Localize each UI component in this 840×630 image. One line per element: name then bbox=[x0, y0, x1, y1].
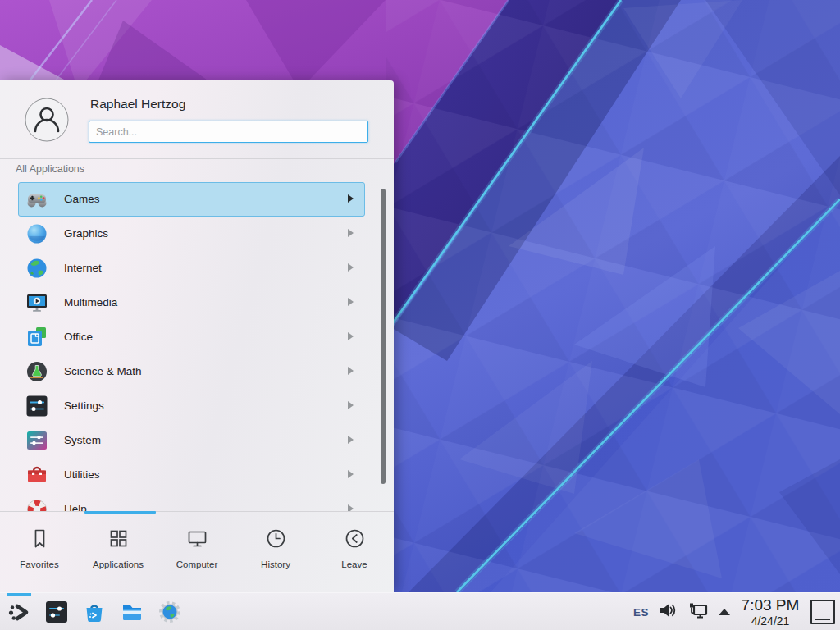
category-office[interactable]: Office bbox=[0, 320, 394, 354]
chevron-right-icon bbox=[348, 332, 354, 340]
chevron-right-icon bbox=[348, 504, 354, 511]
globe-gear-icon bbox=[158, 600, 182, 624]
digital-clock[interactable]: 7:03 PM 4/24/21 bbox=[740, 597, 801, 627]
utilities-icon bbox=[25, 463, 48, 486]
tab-leave[interactable]: Leave bbox=[315, 512, 394, 591]
internet-icon bbox=[25, 257, 48, 280]
system-settings-button[interactable] bbox=[44, 600, 69, 624]
graphics-icon bbox=[25, 222, 48, 245]
category-label: Multimedia bbox=[64, 296, 117, 308]
discover-icon bbox=[82, 600, 107, 624]
category-label: Help bbox=[64, 503, 87, 511]
category-games[interactable]: Games bbox=[0, 182, 394, 217]
tab-favorites[interactable]: Favorites bbox=[0, 512, 79, 591]
launcher-tabbar: Favorites Applications C bbox=[0, 512, 394, 591]
keyboard-layout-indicator[interactable]: ES bbox=[633, 606, 649, 619]
applications-icon bbox=[107, 527, 130, 550]
chevron-right-icon bbox=[348, 470, 354, 478]
leave-icon bbox=[344, 527, 366, 550]
games-icon bbox=[25, 188, 48, 211]
multimedia-icon bbox=[25, 291, 48, 314]
office-icon bbox=[25, 326, 48, 349]
folder-icon bbox=[120, 600, 144, 624]
user-icon bbox=[25, 98, 69, 142]
category-label: Internet bbox=[64, 262, 102, 274]
help-icon bbox=[25, 498, 48, 511]
system-settings-icon bbox=[44, 600, 69, 624]
chevron-right-icon bbox=[348, 194, 354, 203]
tab-computer[interactable]: Computer bbox=[158, 512, 236, 591]
volume-icon[interactable] bbox=[659, 601, 678, 623]
chevron-right-icon bbox=[348, 298, 354, 306]
category-graphics[interactable]: Graphics bbox=[0, 217, 394, 251]
favorites-icon bbox=[29, 527, 51, 550]
desktop: Raphael Hertzog All Applications bbox=[0, 0, 840, 630]
tab-history[interactable]: History bbox=[236, 512, 315, 591]
category-science-math[interactable]: Science & Math bbox=[0, 354, 394, 389]
user-name: Raphael Hertzog bbox=[90, 97, 185, 112]
chevron-right-icon bbox=[348, 263, 354, 272]
scrollbar[interactable] bbox=[381, 189, 386, 484]
file-manager-button[interactable] bbox=[120, 600, 144, 624]
system-icon bbox=[25, 429, 48, 452]
header-separator bbox=[0, 158, 394, 159]
science-math-icon bbox=[25, 360, 48, 383]
search-input[interactable] bbox=[89, 121, 368, 143]
computer-icon bbox=[186, 527, 208, 550]
active-task-indicator bbox=[7, 593, 31, 596]
chevron-right-icon bbox=[348, 401, 354, 409]
expand-tray-icon[interactable] bbox=[719, 609, 730, 615]
category-label: Graphics bbox=[64, 227, 108, 240]
category-settings[interactable]: Settings bbox=[0, 389, 394, 423]
system-tray: ES 7:03 PM 4/24/21 bbox=[633, 593, 840, 630]
section-label: All Applications bbox=[16, 163, 84, 175]
application-launcher-popup: Raphael Hertzog All Applications bbox=[0, 80, 394, 592]
tab-applications[interactable]: Applications bbox=[79, 512, 158, 591]
category-multimedia[interactable]: Multimedia bbox=[0, 285, 394, 320]
category-internet[interactable]: Internet bbox=[0, 251, 394, 285]
user-avatar[interactable] bbox=[25, 98, 69, 145]
category-system[interactable]: System bbox=[0, 423, 394, 458]
settings-icon bbox=[25, 395, 48, 418]
category-utilities[interactable]: Utilities bbox=[0, 458, 394, 492]
category-label: System bbox=[64, 434, 101, 446]
taskbar: ES 7:03 PM 4/24/21 bbox=[0, 592, 840, 630]
web-browser-button[interactable] bbox=[158, 600, 182, 624]
chevron-right-icon bbox=[348, 436, 354, 444]
kde-launcher-icon bbox=[7, 600, 31, 624]
history-icon bbox=[265, 527, 287, 550]
category-label: Settings bbox=[64, 399, 104, 412]
clock-time: 7:03 PM bbox=[740, 597, 801, 613]
category-label: Games bbox=[64, 193, 100, 205]
application-launcher-button[interactable] bbox=[7, 600, 31, 624]
chevron-right-icon bbox=[348, 229, 354, 237]
chevron-right-icon bbox=[348, 367, 354, 375]
category-label: Office bbox=[64, 331, 93, 343]
show-desktop-button[interactable] bbox=[810, 600, 835, 624]
discover-button[interactable] bbox=[82, 600, 107, 624]
category-list: Games Graphics bbox=[0, 182, 394, 511]
category-label: Science & Math bbox=[64, 365, 142, 377]
clock-date: 4/24/21 bbox=[740, 615, 801, 627]
category-label: Utilities bbox=[64, 468, 100, 481]
network-icon[interactable] bbox=[687, 600, 709, 623]
category-help[interactable]: Help bbox=[0, 492, 394, 511]
